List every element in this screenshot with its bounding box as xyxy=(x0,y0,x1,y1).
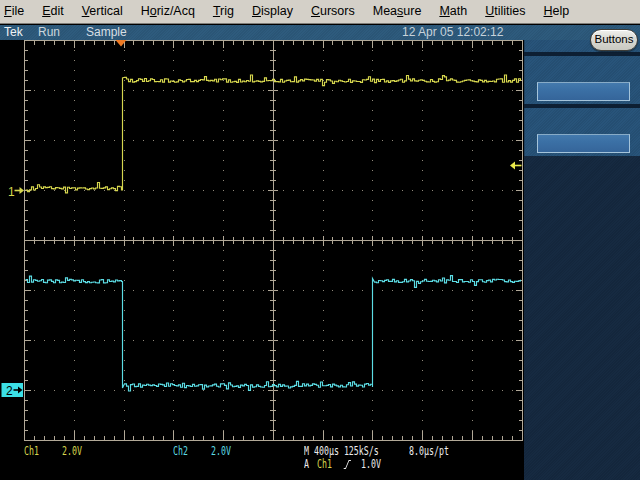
ch1-reference-marker[interactable]: 1 xyxy=(8,185,24,199)
svg-text:1: 1 xyxy=(8,185,15,199)
side-panel-body xyxy=(524,156,640,480)
ch2-readout-label: Ch2 xyxy=(173,446,188,457)
menu-item-help[interactable]: Help xyxy=(535,0,579,23)
menu-item-cursors[interactable]: Cursors xyxy=(302,0,364,23)
resolution-readout: 8.0µs/pt xyxy=(409,446,449,457)
graticule xyxy=(24,41,523,441)
trigger-slope-rising-icon xyxy=(343,459,352,470)
ch2-reference-marker[interactable]: 2 xyxy=(2,383,24,398)
trigger-level-marker[interactable] xyxy=(510,162,522,170)
side-menu-panel xyxy=(524,40,640,480)
menu-item-display[interactable]: Display xyxy=(243,0,302,23)
acquisition-mode: Sample xyxy=(86,26,127,39)
ch1-readout-label: Ch1 xyxy=(24,446,39,457)
timebase-readout: M 400µs 125kS/s xyxy=(304,446,379,457)
side-menu-button-2[interactable] xyxy=(537,134,630,153)
menu-item-utilities[interactable]: Utilities xyxy=(476,0,534,23)
menu-bar: FileEditVerticalHoriz/AcqTrigDisplayCurs… xyxy=(0,0,640,24)
trigger-level-readout: 1.0V xyxy=(361,459,381,470)
trigger-source-readout: Ch1 xyxy=(317,459,332,470)
status-bar: Tek Run Sample 12 Apr 05 12:02:12 xyxy=(0,25,640,40)
menu-item-file[interactable]: File xyxy=(0,0,33,23)
side-menu-button-1[interactable] xyxy=(537,82,630,101)
menu-item-trig[interactable]: Trig xyxy=(204,0,243,23)
buttons-button[interactable]: Buttons xyxy=(590,29,638,51)
side-menu-section-1 xyxy=(524,56,640,104)
menu-item-horiz-acq[interactable]: Horiz/Acq xyxy=(132,0,204,23)
date-time: 12 Apr 05 12:02:12 xyxy=(402,26,503,39)
side-menu-section-2 xyxy=(524,108,640,156)
acquisition-state: Run xyxy=(38,26,60,39)
trigger-type-readout: A xyxy=(304,459,309,470)
menu-item-edit[interactable]: Edit xyxy=(33,0,73,23)
menu-item-math[interactable]: Math xyxy=(430,0,476,23)
svg-text:2: 2 xyxy=(6,384,13,398)
menu-item-measure[interactable]: Measure xyxy=(364,0,431,23)
tek-logo: Tek xyxy=(4,26,23,39)
ch1-scale-readout: 2.0V xyxy=(62,446,82,457)
ch2-scale-readout: 2.0V xyxy=(211,446,231,457)
menu-item-vertical[interactable]: Vertical xyxy=(73,0,132,23)
waveform-display: 12 Ch1 2.0V Ch2 2.0V M 400µs 125kS/s 8.0… xyxy=(0,40,524,480)
trigger-position-marker[interactable] xyxy=(116,40,127,47)
